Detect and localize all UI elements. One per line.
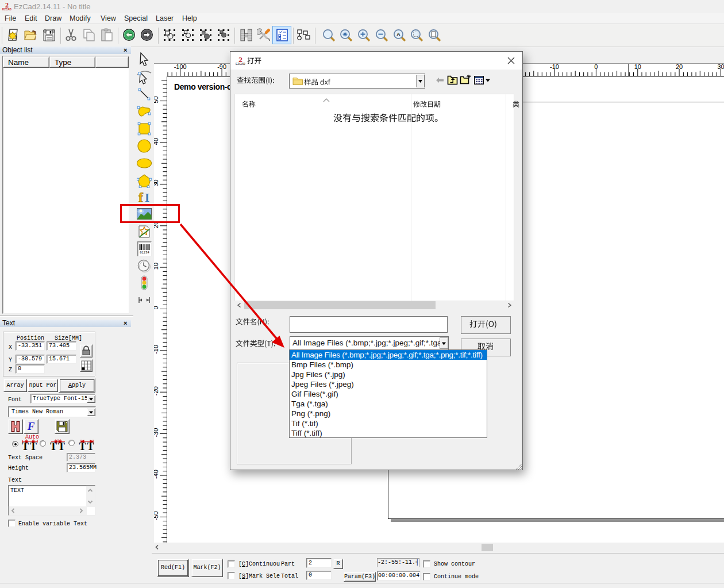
svg-text:I: I: [145, 191, 149, 204]
svg-text:TT: TT: [22, 441, 38, 452]
svg-text:-100: -100: [174, 64, 187, 70]
svg-text:0: 0: [154, 306, 159, 309]
svg-text:TT: TT: [50, 441, 66, 452]
svg-text:TT: TT: [79, 441, 95, 452]
svg-text:F: F: [27, 420, 35, 432]
svg-text:-50: -50: [154, 511, 159, 520]
svg-text:-90: -90: [217, 64, 226, 70]
svg-text:-10: -10: [550, 64, 559, 70]
svg-text:-20: -20: [154, 386, 159, 395]
svg-text:50: 50: [154, 96, 159, 103]
svg-text:10: 10: [634, 64, 641, 70]
svg-text:A: A: [396, 31, 400, 37]
svg-text:30: 30: [717, 64, 724, 70]
svg-text:-10: -10: [154, 345, 159, 354]
svg-text:-40: -40: [154, 470, 159, 479]
svg-text:EZCAD: EZCAD: [236, 63, 245, 66]
svg-text:-30: -30: [154, 428, 159, 437]
svg-text:30: 30: [154, 179, 159, 186]
svg-text:01234: 01234: [140, 251, 149, 255]
svg-text:0: 0: [594, 64, 598, 70]
svg-text:f: f: [138, 190, 144, 204]
svg-text:EZCAD: EZCAD: [2, 8, 11, 11]
svg-text:10: 10: [154, 263, 159, 270]
svg-text:40: 40: [154, 138, 159, 145]
svg-text:20: 20: [676, 64, 683, 70]
